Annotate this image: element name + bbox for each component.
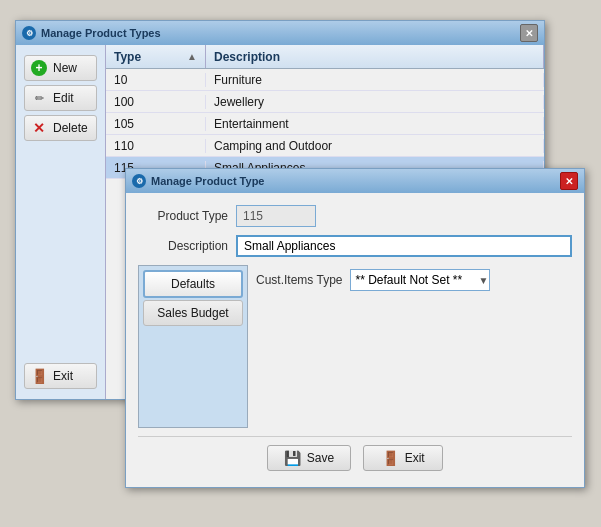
- cust-items-row: Cust.Items Type ** Default Not Set ** ▼: [256, 269, 572, 291]
- bg-window-close-button[interactable]: ✕: [520, 24, 538, 42]
- fg-window-titlebar: ⚙ Manage Product Type ✕: [126, 169, 584, 193]
- table-row[interactable]: 10 Furniture: [106, 69, 544, 91]
- type-cell: 100: [106, 95, 206, 109]
- cust-items-label: Cust.Items Type: [256, 273, 342, 287]
- save-button-label: Save: [307, 451, 334, 465]
- description-cell: Entertainment: [206, 117, 544, 131]
- delete-icon: ✕: [31, 120, 47, 136]
- edit-button[interactable]: ✏ Edit: [24, 85, 97, 111]
- sales-budget-tab[interactable]: Sales Budget: [143, 300, 243, 326]
- description-label: Description: [138, 239, 228, 253]
- cust-items-select-wrapper: ** Default Not Set ** ▼: [350, 269, 490, 291]
- main-area: Defaults Sales Budget Cust.Items Type **…: [138, 265, 572, 428]
- edit-icon: ✏: [31, 90, 47, 106]
- fg-window-close-button[interactable]: ✕: [560, 172, 578, 190]
- product-type-input[interactable]: [236, 205, 316, 227]
- new-button-label: New: [53, 61, 77, 75]
- defaults-tab[interactable]: Defaults: [143, 270, 243, 298]
- table-row[interactable]: 100 Jewellery: [106, 91, 544, 113]
- edit-button-label: Edit: [53, 91, 74, 105]
- save-icon: 💾: [284, 450, 301, 466]
- save-button[interactable]: 💾 Save: [267, 445, 351, 471]
- table-row[interactable]: 105 Entertainment: [106, 113, 544, 135]
- new-button[interactable]: + New: [24, 55, 97, 81]
- description-cell: Camping and Outdoor: [206, 139, 544, 153]
- manage-product-type-window: ⚙ Manage Product Type ✕ Product Type Des…: [125, 168, 585, 488]
- sort-icon: ▲: [187, 51, 197, 62]
- bg-window-title: Manage Product Types: [41, 27, 161, 39]
- cust-items-select[interactable]: ** Default Not Set **: [350, 269, 490, 291]
- type-cell: 105: [106, 117, 206, 131]
- description-column-header: Description: [206, 45, 544, 68]
- delete-button-label: Delete: [53, 121, 88, 135]
- type-cell: 10: [106, 73, 206, 87]
- exit-icon-bg: 🚪: [31, 368, 47, 384]
- bg-window-titlebar: ⚙ Manage Product Types ✕: [16, 21, 544, 45]
- type-cell: 110: [106, 139, 206, 153]
- bg-window-sidebar: + New ✏ Edit ✕ Delete 🚪 Exit: [16, 45, 106, 399]
- product-type-row: Product Type: [138, 205, 572, 227]
- description-cell: Furniture: [206, 73, 544, 87]
- table-header: Type ▲ Description: [106, 45, 544, 69]
- exit-icon-fg: 🚪: [382, 450, 399, 466]
- exit-button-bg[interactable]: 🚪 Exit: [24, 363, 97, 389]
- description-row: Description: [138, 235, 572, 257]
- exit-button-fg-label: Exit: [405, 451, 425, 465]
- bg-window-icon: ⚙: [22, 26, 36, 40]
- exit-button-fg[interactable]: 🚪 Exit: [363, 445, 443, 471]
- description-cell: Jewellery: [206, 95, 544, 109]
- product-type-label: Product Type: [138, 209, 228, 223]
- bottom-buttons: 💾 Save 🚪 Exit: [138, 436, 572, 475]
- type-column-header: Type ▲: [106, 45, 206, 68]
- left-panel: Defaults Sales Budget: [138, 265, 248, 428]
- delete-button[interactable]: ✕ Delete: [24, 115, 97, 141]
- table-row[interactable]: 110 Camping and Outdoor: [106, 135, 544, 157]
- fg-window-content: Product Type Description Defaults Sales …: [126, 193, 584, 487]
- fg-window-title: Manage Product Type: [151, 175, 264, 187]
- description-input[interactable]: [236, 235, 572, 257]
- exit-button-bg-label: Exit: [53, 369, 73, 383]
- right-panel: Cust.Items Type ** Default Not Set ** ▼: [256, 265, 572, 428]
- fg-window-icon: ⚙: [132, 174, 146, 188]
- new-icon: +: [31, 60, 47, 76]
